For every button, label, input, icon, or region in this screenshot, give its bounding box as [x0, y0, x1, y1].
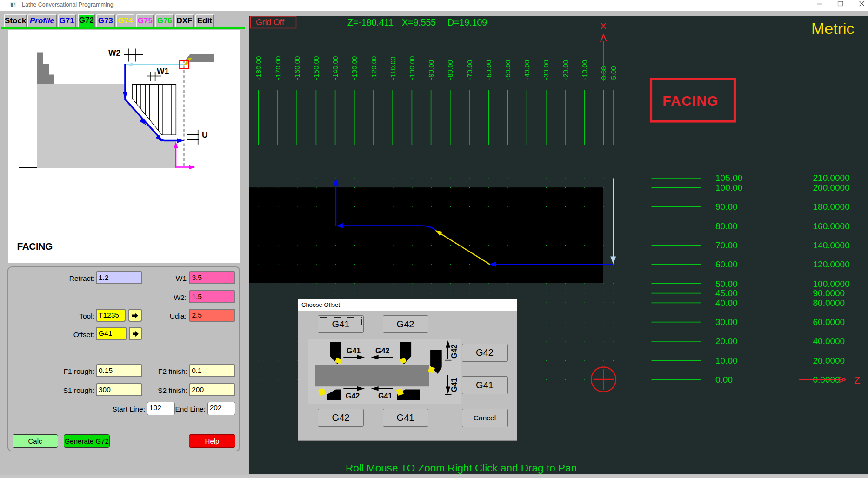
svg-text:-180.00: -180.00 — [254, 56, 262, 80]
svg-text:100.0000: 100.0000 — [813, 279, 850, 288]
svg-text:200.0000: 200.0000 — [813, 183, 850, 193]
svg-text:-120.00: -120.00 — [370, 56, 378, 80]
svg-text:Z: Z — [854, 374, 860, 385]
svg-text:160.0000: 160.0000 — [813, 221, 850, 231]
svg-text:30.00: 30.00 — [715, 317, 738, 327]
svg-text:G41: G41 — [378, 392, 392, 400]
svg-text:60.00: 60.00 — [715, 259, 738, 269]
svg-text:-50.00: -50.00 — [504, 60, 512, 80]
svg-text:G42: G42 — [346, 392, 360, 400]
svg-text:W1: W1 — [157, 66, 169, 76]
svg-text:-110.00: -110.00 — [389, 56, 397, 80]
svg-text:40.0000: 40.0000 — [813, 336, 845, 346]
svg-text:105.00: 105.00 — [715, 173, 742, 183]
svg-text:50.00: 50.00 — [715, 279, 738, 288]
svg-text:-100.00: -100.00 — [408, 56, 416, 80]
svg-text:-20.00: -20.00 — [561, 60, 569, 80]
svg-text:G41: G41 — [450, 378, 458, 392]
svg-text:20.00: 20.00 — [715, 336, 738, 346]
svg-text:X=9.555: X=9.555 — [402, 17, 436, 27]
svg-text:W2: W2 — [108, 48, 121, 58]
svg-text:G41: G41 — [347, 347, 361, 355]
svg-text:210.0000: 210.0000 — [813, 173, 850, 183]
svg-text:180.0000: 180.0000 — [813, 202, 850, 212]
svg-text:-70.00: -70.00 — [466, 60, 474, 80]
svg-text:45.00: 45.00 — [715, 288, 738, 298]
svg-text:-10.00: -10.00 — [581, 60, 588, 80]
svg-text:80.00: 80.00 — [715, 221, 738, 231]
svg-text:90.00: 90.00 — [715, 202, 738, 212]
svg-text:-30.00: -30.00 — [542, 60, 550, 80]
svg-text:D=19.109: D=19.109 — [447, 17, 487, 27]
svg-text:-60.00: -60.00 — [485, 60, 493, 80]
svg-text:10.00: 10.00 — [715, 355, 738, 365]
svg-text:Z=-180.411: Z=-180.411 — [347, 17, 394, 27]
svg-text:-140.00: -140.00 — [331, 56, 339, 80]
svg-text:G42: G42 — [375, 347, 389, 355]
svg-text:120.0000: 120.0000 — [813, 259, 850, 269]
svg-text:80.0000: 80.0000 — [813, 298, 845, 307]
svg-text:-170.00: -170.00 — [274, 56, 282, 80]
svg-text:FACING: FACING — [662, 93, 719, 108]
svg-text:90.0000: 90.0000 — [813, 288, 845, 298]
svg-text:FACING: FACING — [17, 241, 53, 252]
svg-text:60.0000: 60.0000 — [813, 317, 845, 327]
svg-text:X: X — [600, 20, 607, 31]
svg-text:-150.00: -150.00 — [312, 56, 320, 80]
svg-text:Metric: Metric — [811, 20, 855, 37]
svg-text:Grid Off: Grid Off — [256, 17, 284, 27]
svg-text:100.00: 100.00 — [715, 183, 742, 193]
svg-text:0.00: 0.00 — [715, 375, 733, 385]
svg-text:20.0000: 20.0000 — [813, 355, 845, 365]
svg-text:-80.00: -80.00 — [446, 60, 454, 80]
svg-text:5.00: 5.00 — [609, 66, 617, 80]
svg-text:140.0000: 140.0000 — [813, 240, 850, 250]
svg-text:-90.00: -90.00 — [427, 60, 435, 80]
svg-text:-40.00: -40.00 — [523, 60, 531, 80]
svg-text:Roll Mouse TO Zoom Right Click: Roll Mouse TO Zoom Right Click and Drag … — [346, 462, 577, 473]
svg-text:G42: G42 — [450, 345, 458, 358]
svg-text:-160.00: -160.00 — [293, 56, 301, 80]
svg-text:-130.00: -130.00 — [350, 56, 358, 80]
svg-text:U: U — [202, 130, 208, 139]
svg-text:70.00: 70.00 — [715, 240, 738, 250]
svg-text:40.00: 40.00 — [715, 298, 738, 307]
